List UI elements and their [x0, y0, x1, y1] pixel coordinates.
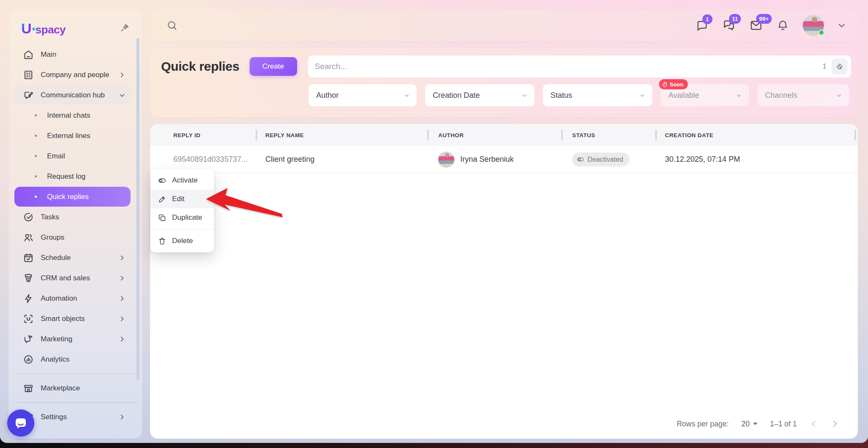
- search-count: 1: [823, 62, 826, 71]
- filter-label: Creation Date: [433, 91, 516, 100]
- sidebar-item-marketing[interactable]: Marketing: [14, 329, 131, 349]
- filter-author[interactable]: Author: [309, 84, 417, 106]
- sidebar-item-label: Main: [41, 50, 125, 59]
- intercom-launcher[interactable]: [7, 409, 34, 437]
- page-header: Quick replies Create 1 Author Creation D…: [150, 48, 858, 117]
- pagination-range: 1–1 of 1: [770, 420, 797, 429]
- copy-icon: [158, 213, 167, 222]
- caret-down-icon: [753, 423, 757, 425]
- sidebar-item-company-and-people[interactable]: Company and people: [14, 65, 131, 85]
- mail-button[interactable]: 99+: [749, 19, 763, 32]
- menu-item-delete[interactable]: Delete: [150, 232, 214, 250]
- cell-creation-date: 30.12.2025, 07:14 PM: [656, 155, 858, 164]
- profile-chevron-down-icon[interactable]: [837, 21, 846, 30]
- sidebar-item-external-lines[interactable]: External lines: [14, 126, 131, 146]
- chevron-right-icon: [119, 254, 125, 261]
- sidebar-item-crm-and-sales[interactable]: CRM and sales: [14, 268, 131, 288]
- column-divider[interactable]: [427, 130, 429, 141]
- column-divider[interactable]: [256, 130, 257, 141]
- column-divider[interactable]: [854, 130, 856, 141]
- sidebar-item-email[interactable]: Email: [14, 146, 131, 166]
- chevron-down-icon: [403, 92, 410, 99]
- chevron-right-icon: [119, 72, 125, 78]
- table-header: Reply ID Reply name Author Status Creati…: [150, 124, 858, 146]
- sidebar-item-request-log[interactable]: Request log: [14, 166, 131, 186]
- filter-available: Soon Available: [661, 84, 749, 106]
- sidebar-item-label: Internal chats: [47, 111, 125, 120]
- sidebar-item-schedule[interactable]: Schedule: [14, 248, 131, 268]
- column-header-author: Author: [428, 132, 562, 138]
- sidebar-nav: Main Company and people Communication hu…: [8, 42, 142, 427]
- sidebar-item-analytics[interactable]: Analytics: [14, 349, 131, 369]
- chevron-right-icon: [119, 336, 125, 343]
- rows-per-page-select[interactable]: 20: [741, 420, 757, 429]
- eraser-button[interactable]: [832, 58, 848, 75]
- group-chat-button[interactable]: 11: [722, 19, 736, 32]
- sidebar: Uspacy Main Company and people Communica…: [8, 9, 142, 439]
- user-avatar[interactable]: [803, 15, 824, 36]
- sidebar-item-label: CRM and sales: [41, 274, 119, 282]
- sidebar-scrollbar[interactable]: [136, 38, 139, 380]
- filter-status[interactable]: Status: [543, 84, 652, 106]
- sidebar-item-quick-replies[interactable]: Quick replies: [14, 187, 131, 207]
- sidebar-item-label: External lines: [47, 132, 125, 140]
- column-header-reply-name: Reply name: [256, 132, 428, 138]
- bullet-icon: [35, 175, 37, 177]
- mail-badge: 99+: [756, 14, 772, 24]
- sidebar-item-internal-chats[interactable]: Internal chats: [14, 105, 131, 125]
- next-page-button[interactable]: [831, 420, 839, 428]
- previous-page-button[interactable]: [810, 420, 818, 428]
- column-header-status: Status: [562, 132, 656, 138]
- notifications-button[interactable]: [776, 19, 789, 32]
- pencil-icon: [158, 195, 167, 204]
- cell-reply-name: Client greeting: [256, 155, 428, 164]
- column-divider[interactable]: [561, 130, 563, 141]
- sidebar-item-communication-hub[interactable]: Communication hub: [14, 85, 131, 105]
- search-input[interactable]: [315, 62, 818, 71]
- storefront-icon: [23, 383, 34, 394]
- sidebar-item-automation[interactable]: Automation: [14, 288, 131, 308]
- table-row[interactable]: 69540891d0335737... Client greeting Iryn…: [150, 146, 858, 173]
- chat-bubble-icon: [14, 416, 28, 430]
- filter-creation-date[interactable]: Creation Date: [425, 84, 534, 106]
- chat-edit-icon: [23, 90, 34, 101]
- chevron-down-icon: [639, 92, 645, 99]
- sidebar-item-groups[interactable]: Groups: [14, 227, 131, 247]
- author-name: Iryna Serbeniuk: [460, 155, 514, 164]
- filter-channels: Channels: [757, 84, 849, 106]
- logo-u: U: [21, 21, 32, 36]
- sidebar-item-label: Smart objects: [41, 315, 119, 323]
- chevron-down-icon: [119, 92, 125, 99]
- sidebar-item-tasks[interactable]: Tasks: [14, 207, 131, 227]
- sidebar-header: Uspacy: [8, 9, 142, 42]
- cell-status: Deactivated: [562, 152, 656, 166]
- menu-item-label: Edit: [172, 195, 184, 203]
- chevron-right-icon: [119, 295, 125, 302]
- sidebar-item-smart-objects[interactable]: Smart objects: [14, 309, 131, 329]
- sidebar-item-main[interactable]: Main: [14, 44, 131, 64]
- cell-author: Iryna Serbeniuk: [428, 152, 562, 168]
- soon-badge-label: Soon: [670, 81, 684, 88]
- toggle-icon: [158, 176, 167, 185]
- bullet-icon: [35, 135, 37, 137]
- sidebar-item-label: Communication hub: [41, 91, 119, 100]
- pin-icon[interactable]: [120, 23, 130, 35]
- quick-replies-search: 1: [308, 55, 851, 77]
- toggle-icon: [576, 155, 584, 163]
- page-title: Quick replies: [161, 59, 239, 74]
- chat-button[interactable]: 1: [696, 19, 709, 32]
- search-icon[interactable]: [166, 19, 178, 31]
- soon-badge: Soon: [659, 79, 688, 89]
- topbar: 1 11 99+: [150, 9, 858, 41]
- sidebar-item-marketplace[interactable]: Marketplace: [14, 378, 131, 398]
- chat-flag-icon: [23, 334, 34, 345]
- sidebar-divider: [15, 402, 136, 403]
- column-divider[interactable]: [655, 130, 657, 141]
- chevron-down-icon: [836, 92, 842, 99]
- uspacy-logo[interactable]: Uspacy: [21, 21, 66, 36]
- filter-label: Author: [316, 91, 398, 100]
- bullet-icon: [35, 196, 37, 198]
- home-icon: [23, 49, 34, 60]
- sidebar-item-label: Automation: [41, 294, 119, 303]
- create-button[interactable]: Create: [250, 57, 297, 76]
